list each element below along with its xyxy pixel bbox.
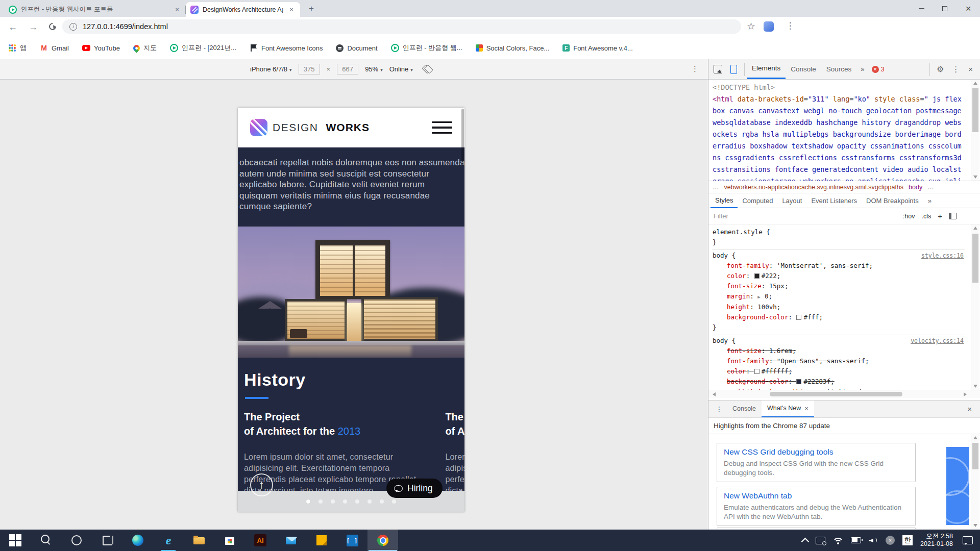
hirling-button[interactable]: Hirling [386, 479, 443, 498]
bookmark-item[interactable]: 인프런 - [2021년... [170, 43, 236, 53]
drawer-tab-whatsnew[interactable]: What's New× [762, 400, 814, 417]
styles-tab-dom-breakpoints[interactable]: DOM Breakpoints [862, 193, 923, 208]
refresh-button[interactable] [47, 21, 58, 32]
taskbar-notes-button[interactable] [306, 530, 337, 551]
device-toolbar-menu-icon[interactable]: ⋮ [691, 64, 699, 73]
slider-dot[interactable] [380, 499, 384, 504]
taskbar-illustrator-button[interactable]: Ai [245, 530, 276, 551]
slider-dot[interactable] [355, 499, 359, 504]
breadcrumb-html[interactable]: vebworkers.no-applicationcache.svg.inlin… [724, 184, 904, 191]
stylesheet-link[interactable]: velocity.css:14 [911, 336, 964, 346]
cls-toggle[interactable]: .cls [921, 213, 931, 220]
expand-arrow-icon[interactable]: ▶ [757, 294, 763, 299]
inspect-element-icon[interactable] [714, 65, 722, 73]
more-tabs-icon[interactable]: » [856, 65, 868, 73]
drawer-tab-console[interactable]: Console [727, 400, 762, 417]
gear-icon[interactable]: ⚙ [933, 64, 947, 74]
bookmark-item[interactable]: Font Awesome v.4... [562, 44, 633, 52]
taskbar-search-button[interactable] [31, 530, 61, 551]
bookmark-item[interactable]: 앱 [8, 43, 27, 53]
browser-tab[interactable]: 인프런 - 반응형 웹사이트 포트폴× [4, 2, 186, 17]
css-property[interactable]: background-color: #22283f; [713, 377, 965, 387]
status-x-icon[interactable]: × [886, 536, 895, 545]
css-property[interactable]: background-color: #fff; [713, 312, 965, 322]
more-sidebar-tabs-icon[interactable]: » [923, 193, 936, 208]
taskbar-task-view-button[interactable] [92, 530, 122, 551]
whatsnew-card-title[interactable]: New WebAuthn tab [724, 491, 909, 500]
color-swatch[interactable] [754, 273, 760, 279]
slider-dot[interactable] [368, 499, 372, 504]
css-property[interactable]: color: #222; [713, 271, 965, 281]
battery-icon[interactable] [851, 537, 861, 543]
taskbar-edge-button[interactable] [122, 530, 153, 551]
whatsnew-card-title[interactable]: New CSS Grid debugging tools [724, 447, 909, 457]
page-info-icon[interactable]: i [69, 23, 77, 31]
hov-toggle[interactable]: :hov [903, 213, 915, 220]
bookmark-item[interactable]: 인프런 - 반응형 웹... [391, 43, 462, 53]
new-tab-button[interactable]: + [304, 2, 318, 16]
error-badge[interactable]: ✕ 3 [872, 66, 885, 73]
maximize-button[interactable] [933, 0, 957, 17]
ime-indicator[interactable]: 한 [902, 535, 913, 545]
taskbar-brackets-button[interactable]: [ ] [337, 530, 368, 551]
css-property[interactable]: font-size: 15px; [713, 281, 965, 291]
taskbar-chrome-button[interactable] [368, 530, 398, 551]
volume-icon[interactable] [869, 537, 878, 544]
filter-input[interactable] [713, 212, 827, 220]
tab-close-icon[interactable]: × [287, 6, 296, 14]
browser-menu-icon[interactable]: ⋮ [785, 20, 795, 31]
bookmark-item[interactable]: 지도 [133, 43, 157, 53]
zoom-select[interactable]: 95%▾ [365, 65, 383, 73]
color-swatch[interactable] [754, 369, 760, 374]
css-property[interactable]: margin: ▶ 0; [713, 291, 965, 302]
css-property[interactable]: font-family: "Open Sans", sans-serif; [713, 356, 965, 366]
whatsnew-card[interactable]: New WebAuthn tabEmulate authenticators a… [717, 487, 916, 526]
new-rule-button[interactable]: + [938, 212, 942, 220]
taskbar-cortana-button[interactable] [61, 530, 92, 551]
breadcrumb-body[interactable]: body [909, 184, 922, 191]
slider-dot[interactable] [392, 499, 396, 504]
bookmark-star-icon[interactable]: ☆ [747, 20, 755, 32]
device-toolbar-toggle-icon[interactable] [730, 65, 737, 74]
hamburger-menu-icon[interactable] [432, 121, 452, 134]
devtools-tab-console[interactable]: Console [786, 59, 821, 79]
elements-scrollbar[interactable] [971, 80, 979, 181]
dom-html-line[interactable]: <html data-brackets-id="311" lang="ko" s… [713, 93, 965, 181]
action-center-icon[interactable] [963, 536, 973, 544]
viewport-height-input[interactable] [337, 64, 358, 74]
site-logo[interactable]: DESIGN WORKS [250, 119, 370, 136]
taskbar-explorer-button[interactable] [184, 530, 214, 551]
styles-tab-event-listeners[interactable]: Event Listeners [806, 193, 862, 208]
tab-close-icon[interactable]: × [173, 6, 181, 14]
tab-close-icon[interactable]: × [804, 400, 808, 417]
css-property[interactable]: color: #ffffff; [713, 366, 965, 377]
scroll-top-button[interactable]: ↑ [250, 473, 273, 496]
bookmark-item[interactable]: YouTube [82, 44, 120, 52]
avatar[interactable] [764, 21, 774, 32]
css-property[interactable]: font-family: 'Montserrat', sans-serif; [713, 261, 965, 271]
styles-tab-layout[interactable]: Layout [777, 193, 806, 208]
browser-tab[interactable]: DesignWorks Architecture Agen× [186, 2, 300, 17]
breadcrumb-overflow[interactable]: … [927, 184, 934, 191]
bookmark-item[interactable]: Gmail [40, 44, 69, 52]
url-text[interactable]: 127.0.0.1:4699/index.html [83, 22, 168, 31]
bookmark-item[interactable]: Social Colors, Face... [476, 44, 550, 52]
sidebar-pane-icon[interactable] [949, 213, 957, 219]
drawer-menu-icon[interactable]: ⋮ [712, 405, 727, 413]
slider-dot[interactable] [331, 499, 335, 504]
page-scrollbar[interactable] [461, 109, 464, 166]
close-drawer-icon[interactable]: × [962, 405, 977, 413]
drawer-scrollbar[interactable] [971, 434, 979, 529]
rotate-icon[interactable] [422, 64, 431, 73]
styles-tab-computed[interactable]: Computed [738, 193, 777, 208]
hidden-icons-chevron-icon[interactable] [801, 537, 810, 545]
devtools-tab-sources[interactable]: Sources [821, 59, 857, 79]
close-window-button[interactable]: ✕ [957, 0, 980, 17]
elements-tree[interactable]: <!DOCTYPE html> <html data-brackets-id="… [708, 80, 980, 181]
color-swatch[interactable] [796, 315, 801, 320]
wifi-icon[interactable] [833, 537, 843, 544]
breadcrumb-overflow[interactable]: … [713, 184, 719, 191]
address-bar[interactable]: i 127.0.0.1:4699/index.html [62, 19, 741, 34]
taskbar-ie-button[interactable]: e [153, 530, 184, 551]
stylesheet-link[interactable]: style.css:16 [921, 251, 964, 261]
